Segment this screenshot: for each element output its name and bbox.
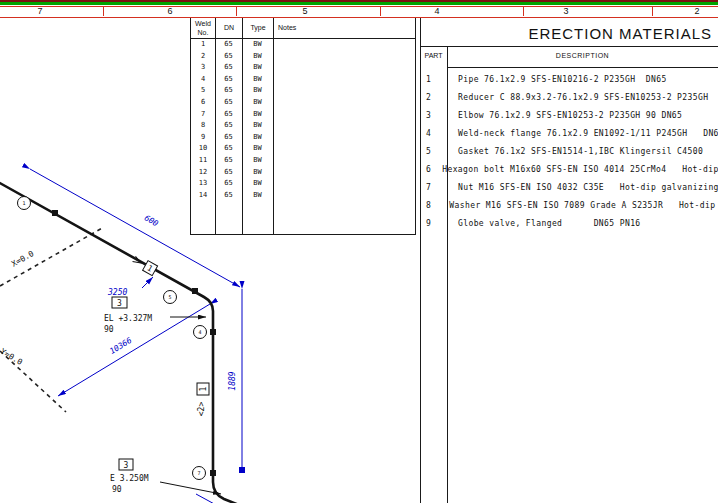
weld-cell-notes [273, 85, 415, 97]
weld-cell-no: 14 [191, 190, 215, 202]
material-description: Hexagon bolt M16x60 SFS-EN ISO 4014 25Cr… [442, 161, 718, 179]
weld-dot [210, 470, 216, 476]
weld-cell-no: 6 [191, 97, 215, 109]
weld-cell-no: 13 [191, 178, 215, 190]
axis-x-label: X=0.0 [10, 249, 36, 269]
axis-y-label: Y=0.0 [0, 347, 24, 367]
weld-table: Weld No. DN Type Notes 165BW265BW365BW46… [190, 17, 416, 235]
weld-dot [210, 329, 216, 335]
material-part-number: 3 [420, 107, 447, 125]
weld-cell-notes [273, 109, 415, 121]
weld-cell-notes [273, 143, 415, 155]
materials-row: 6Hexagon bolt M16x60 SFS-EN ISO 4014 25C… [420, 161, 718, 179]
materials-row: 2Reducer C 88.9x3.2-76.1x2.9 SFS-EN10253… [420, 89, 718, 107]
weld-cell-type: BW [242, 132, 273, 144]
material-description: Washer M16 SFS-EN ISO 7089 Grade A S235J… [449, 197, 718, 215]
materials-rows: 1Pipe 76.1x2.9 SFS-EN10216-2 P235GH DN65… [420, 71, 718, 233]
weld-cell-notes [273, 97, 415, 109]
part-header: PART [420, 52, 447, 59]
weld-cell-no: 9 [191, 132, 215, 144]
flow-marker-vertical: 1 <2> [197, 383, 209, 416]
material-part-number: 2 [420, 89, 447, 107]
weld-table-row: 965BW [191, 132, 415, 144]
sheet-ruler: 7 6 5 4 3 2 [0, 0, 718, 17]
weld-cell-notes [273, 120, 415, 132]
weld-cell-type: BW [242, 167, 273, 179]
ruler-number: 2 [694, 6, 699, 17]
weld-cell-type: BW [242, 155, 273, 167]
weld-cell-notes [273, 190, 415, 202]
weld-cell-dn: 65 [215, 155, 242, 167]
material-description: Nut M16 SFS-EN ISO 4032 C35E Hot-dip gal… [458, 179, 718, 197]
weld-cell-no: 10 [191, 143, 215, 155]
weld-table-row: 165BW [191, 39, 415, 51]
dim-vertical-value: 1889 [228, 371, 237, 390]
ruler-divider [523, 7, 524, 16]
dim-bottom-run-line [196, 494, 218, 503]
weld-table-row: 1465BW [191, 190, 415, 202]
material-part-number: 6 [420, 161, 431, 179]
weld-cell-type: BW [242, 51, 273, 63]
isometric-drawing-sheet: X=0.0 Y=0.0 600 3250 10366 1889 1 5 4 7 [0, 0, 718, 503]
weld-table-row: 865BW [191, 120, 415, 132]
weld-table-row: 1265BW [191, 167, 415, 179]
elbow-bottom-ref: 3 [124, 461, 129, 470]
weld-table-row: 1065BW [191, 143, 415, 155]
weld-cell-no: 2 [191, 51, 215, 63]
weld-cell-dn: 65 [215, 190, 242, 202]
materials-row: 4Weld-neck flange 76.1x2.9 EN1092-1/11 P… [420, 125, 718, 143]
weld-table-row: 365BW [191, 62, 415, 74]
elbow-top-angle: 90 [104, 325, 114, 334]
weld-table-row: 765BW [191, 109, 415, 121]
notes-header: Notes [274, 18, 338, 38]
weld-table-row: 265BW [191, 51, 415, 63]
weld-cell-notes [273, 178, 415, 190]
weld-table-row: 465BW [191, 74, 415, 86]
weld-table-row: 565BW [191, 85, 415, 97]
material-part-number: 4 [420, 125, 447, 143]
sheet-green-line [0, 2, 718, 5]
weld-cell-notes [273, 62, 415, 74]
weld-table-row: 1165BW [191, 155, 415, 167]
weld-cell-dn: 65 [215, 62, 242, 74]
type-header: Type [243, 18, 273, 38]
material-description: Elbow 76.1x2.9 SFS-EN10253-2 P235GH 90 D… [458, 107, 682, 125]
dim-run-note: 3250 [107, 288, 127, 297]
weld-cell-type: BW [242, 62, 273, 74]
weld-cell-no: 12 [191, 167, 215, 179]
dn-header: DN [216, 18, 242, 38]
material-description: Globe valve, Flanged DN65 PN16 [458, 215, 641, 233]
weld-cell-dn: 65 [215, 120, 242, 132]
weld-cell-notes [273, 51, 415, 63]
weld-cell-no: 1 [191, 39, 215, 51]
materials-title: ERECTION MATERIALS [528, 25, 712, 42]
weld-no-header: Weld No. [191, 18, 215, 39]
weld-cell-no: 3 [191, 62, 215, 74]
dim-run-value: 600 [143, 213, 160, 228]
materials-header-line [447, 67, 718, 68]
weld-cell-type: BW [242, 39, 273, 51]
elbow-top-elevation: EL +3.327M [104, 314, 152, 323]
weld-cell-no: 5 [191, 85, 215, 97]
weld-cell-type: BW [242, 74, 273, 86]
elbow-bottom-elevation: E 3.250M [110, 474, 149, 483]
weld-cell-type: BW [242, 109, 273, 121]
weld-table-row: 1365BW [191, 178, 415, 190]
weld-cell-type: BW [242, 85, 273, 97]
weld-cell-notes [273, 132, 415, 144]
dim-vertical-end-tick [239, 467, 245, 473]
weld-cell-type: BW [242, 178, 273, 190]
weld-cell-no: 7 [191, 109, 215, 121]
weld-circle-number: 7 [197, 470, 200, 476]
material-part-number: 1 [420, 71, 447, 89]
weld-cell-notes [273, 167, 415, 179]
weld-cell-dn: 65 [215, 167, 242, 179]
materials-row: 9Globe valve, Flanged DN65 PN16 [420, 215, 718, 233]
erection-materials-table: ERECTION MATERIALS PART DESCRIPTION 1Pip… [420, 17, 718, 503]
weld-cell-dn: 65 [215, 97, 242, 109]
description-header: DESCRIPTION [447, 52, 718, 59]
materials-row: 3Elbow 76.1x2.9 SFS-EN10253-2 P235GH 90 … [420, 107, 718, 125]
ruler-number: 3 [563, 6, 568, 17]
weld-dot [52, 210, 58, 216]
weld-table-row: 665BW [191, 97, 415, 109]
